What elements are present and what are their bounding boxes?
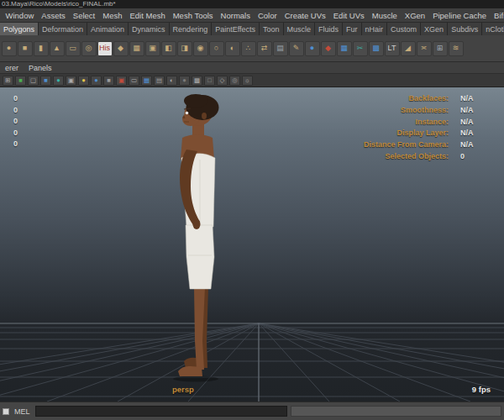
- menu-item[interactable]: Mesh Tools: [169, 11, 217, 20]
- light-icon[interactable]: ●: [78, 76, 89, 86]
- blue-grid-icon[interactable]: ▦: [141, 76, 152, 86]
- poly-plane-icon[interactable]: ▭: [66, 41, 81, 56]
- menu-item[interactable]: Pipeline Cache: [429, 11, 491, 20]
- smooth-icon[interactable]: ◆: [113, 41, 129, 56]
- viewport-toolbar-icon-glyph: ▢: [30, 77, 36, 84]
- custom-his-icon[interactable]: His: [97, 41, 113, 56]
- poly-cube-icon[interactable]: ■: [18, 41, 33, 56]
- shelf-tab[interactable]: Fur: [343, 23, 362, 35]
- shelf-tab[interactable]: Subdivs: [448, 23, 482, 35]
- panel-menu-item[interactable]: erer: [0, 64, 24, 72]
- exposure-icon[interactable]: ☼: [242, 76, 253, 86]
- shelf-icon-glyph: ○: [214, 45, 218, 52]
- poly-count-value: 0: [13, 116, 18, 128]
- viewport-toolbar-icon-glyph: ●: [81, 77, 86, 84]
- poly-cylinder-icon[interactable]: ▮: [34, 41, 49, 56]
- menu-item[interactable]: Normals: [217, 11, 254, 20]
- paint-transfer-icon[interactable]: ✎: [289, 41, 304, 56]
- combine-icon[interactable]: ▣: [145, 41, 160, 56]
- shelf-tab[interactable]: Deformation: [39, 23, 87, 35]
- list-icon[interactable]: ▤: [154, 76, 165, 86]
- quad-draw-icon[interactable]: ▦: [337, 41, 352, 56]
- shelf-icon-glyph: ●: [7, 45, 11, 52]
- menu-item[interactable]: Select: [69, 11, 98, 20]
- average-vertices-icon[interactable]: ∴: [241, 41, 256, 56]
- shelf-tab[interactable]: Rendering: [170, 23, 213, 35]
- textures-icon[interactable]: ▩: [192, 76, 202, 86]
- separate-icon[interactable]: ◧: [161, 41, 176, 56]
- boolean-intersect-icon[interactable]: ◐: [225, 41, 240, 56]
- shelf-tab-label: Fur: [346, 25, 358, 34]
- menu-item[interactable]: Edit Mesh: [126, 11, 169, 20]
- wire-cube-icon[interactable]: ▩: [369, 41, 384, 56]
- mel-command-input[interactable]: [35, 406, 287, 417]
- smooth-preview-icon[interactable]: ●: [305, 41, 320, 56]
- poly-sphere-icon[interactable]: ●: [2, 41, 17, 56]
- isolate-icon[interactable]: ◎: [229, 76, 240, 86]
- viewport-toolbar-icon-glyph: ●: [56, 77, 60, 84]
- shelf-tab[interactable]: Dynamics: [129, 23, 170, 35]
- lt-tool-icon[interactable]: LT: [385, 41, 400, 56]
- viewport-toolbar-icon-glyph: ◎: [232, 77, 238, 84]
- bevel-icon[interactable]: ◢: [401, 41, 416, 56]
- gray-cube-icon[interactable]: ■: [103, 76, 114, 86]
- shelf-tab[interactable]: PaintEffects: [212, 23, 260, 35]
- viewport-toolbar-icon-glyph: ■: [18, 77, 23, 84]
- menu-item[interactable]: Assets: [38, 11, 70, 20]
- select-box-icon[interactable]: ▢: [28, 76, 39, 86]
- poly-cone-icon[interactable]: ▲: [50, 41, 65, 56]
- shelf-tab[interactable]: XGen: [421, 23, 448, 35]
- extract-icon[interactable]: ◨: [177, 41, 192, 56]
- menu-item[interactable]: Muscle: [368, 11, 401, 20]
- snap-magnet-icon[interactable]: ◆: [321, 41, 336, 56]
- menu-item[interactable]: Edit UVs: [329, 11, 368, 20]
- shelf-tab[interactable]: nHair: [362, 23, 388, 35]
- boolean-difference-icon[interactable]: ○: [209, 41, 224, 56]
- shelf-icon-glyph: ≋: [453, 45, 459, 52]
- command-line-toggle-icon[interactable]: [3, 408, 9, 415]
- shelf-tab-label: PaintEffects: [215, 25, 255, 34]
- camera-icon[interactable]: ▣: [66, 76, 76, 86]
- panel-menu-item[interactable]: Panels: [24, 64, 57, 72]
- teal-sphere-icon[interactable]: ●: [53, 76, 64, 86]
- bridge-icon[interactable]: ≍: [417, 41, 432, 56]
- shadows-icon[interactable]: ●: [179, 76, 190, 86]
- film-gate-icon[interactable]: ▭: [129, 76, 139, 86]
- menu-item[interactable]: XGen: [401, 11, 428, 20]
- shelf-tab-label: Custom: [391, 25, 417, 34]
- boolean-union-icon[interactable]: ◉: [193, 41, 208, 56]
- viewport[interactable]: 00000 Backfaces: N/A Smoothness: N/A Ins…: [0, 87, 504, 402]
- shelf-tab[interactable]: Custom: [387, 23, 421, 35]
- shelf-tab[interactable]: Polygons: [0, 23, 39, 35]
- shelf-tab-label: nHair: [365, 25, 384, 34]
- edge-flow-icon[interactable]: ≋: [449, 41, 464, 56]
- menu-item[interactable]: Create UVs: [281, 11, 329, 20]
- wireframe-icon[interactable]: □: [204, 76, 215, 86]
- shelf-tab[interactable]: nCloth: [482, 23, 504, 35]
- shelf-tab[interactable]: Toon: [260, 23, 284, 35]
- lighting-icon[interactable]: ◐: [166, 76, 177, 86]
- blue-layer-icon[interactable]: ■: [40, 76, 51, 86]
- xray-icon[interactable]: ◇: [217, 76, 228, 86]
- grid-cube-icon[interactable]: ⊞: [433, 41, 448, 56]
- blue-sphere-icon[interactable]: ●: [91, 76, 102, 86]
- menu-item[interactable]: Mesh: [99, 11, 126, 20]
- menu-item[interactable]: Bifrost: [491, 11, 504, 20]
- divide-icon[interactable]: ▦: [129, 41, 144, 56]
- shelf-icon-glyph: ⇄: [261, 45, 268, 52]
- transfer-attributes-icon[interactable]: ⇄: [257, 41, 272, 56]
- multi-cut-icon[interactable]: ✂: [353, 41, 368, 56]
- menu-item[interactable]: Window: [2, 11, 38, 20]
- shelf-tab[interactable]: Fluids: [315, 23, 343, 35]
- resolution-gate-icon[interactable]: ▣: [116, 76, 127, 86]
- shelf-icon-glyph: ◐: [230, 45, 234, 52]
- clipboard-icon[interactable]: ▤: [273, 41, 288, 56]
- command-language-label[interactable]: MEL: [13, 407, 32, 416]
- hud-value: N/A: [449, 93, 499, 105]
- poly-torus-icon[interactable]: ◎: [81, 41, 97, 56]
- snap-grid-icon[interactable]: ⊞: [3, 76, 13, 86]
- green-cube-icon[interactable]: ■: [15, 76, 26, 86]
- menu-item[interactable]: Color: [254, 11, 281, 20]
- shelf-tab[interactable]: Muscle: [284, 23, 316, 35]
- shelf-tab[interactable]: Animation: [87, 23, 129, 35]
